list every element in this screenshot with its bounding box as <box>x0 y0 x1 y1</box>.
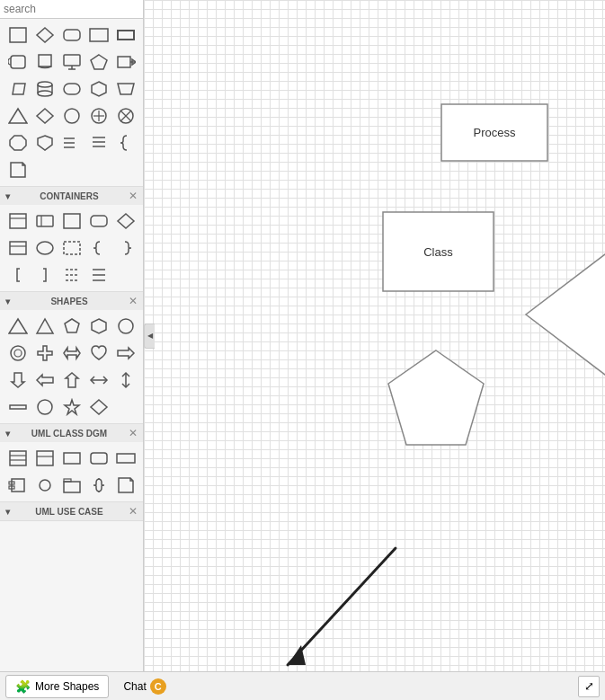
shape-lines2[interactable] <box>86 130 111 155</box>
container-bracket-close[interactable] <box>32 262 58 288</box>
uml-interface[interactable] <box>32 473 58 498</box>
uml-usecase-arrow: ▾ <box>5 507 10 517</box>
shape-circle-plus[interactable] <box>86 103 111 128</box>
shape-double-arrow-v[interactable] <box>113 368 138 393</box>
container-oval[interactable] <box>32 235 58 261</box>
svg-rect-4 <box>118 31 134 40</box>
uml-class-header[interactable]: ▾ UML CLASS DGM ✕ <box>0 424 143 442</box>
shape-arrow-up[interactable] <box>59 368 85 393</box>
shape-square[interactable] <box>5 22 31 48</box>
containers-label: CONTAINERS <box>40 191 98 201</box>
shape-circle4[interactable] <box>32 394 58 420</box>
shape-diamond2[interactable] <box>86 394 111 420</box>
shape-trapezoid[interactable] <box>113 76 138 102</box>
canvas-shape-diamond[interactable] <box>521 238 605 391</box>
shape-rect-thick[interactable] <box>113 22 138 48</box>
shape-monitor[interactable] <box>59 49 85 75</box>
uml-brace[interactable] <box>86 473 111 498</box>
shape-lines[interactable] <box>59 130 85 155</box>
container-list[interactable] <box>5 208 31 234</box>
shape-shield[interactable] <box>32 130 58 155</box>
uml-component[interactable] <box>5 473 31 498</box>
shape-hexagon[interactable] <box>86 76 111 102</box>
shape-line[interactable] <box>5 394 31 420</box>
svg-point-24 <box>65 109 79 123</box>
containers-close-button[interactable]: ✕ <box>129 191 138 201</box>
shape-double-arrow-h[interactable] <box>86 368 111 393</box>
canvas-shape-process-label: Process <box>474 126 516 139</box>
container-rect2[interactable] <box>5 235 31 261</box>
resize-button[interactable]: ⤢ <box>578 676 600 697</box>
canvas-shape-class[interactable]: Class <box>382 211 494 292</box>
shape-note[interactable] <box>5 157 31 182</box>
shapes-close-button[interactable]: ✕ <box>129 296 138 306</box>
container-rounded[interactable] <box>86 208 111 234</box>
containers-arrow: ▾ <box>5 191 10 201</box>
shape-arrow-right-box[interactable] <box>113 49 138 75</box>
container-diamond[interactable] <box>113 208 138 234</box>
shape-pentagon2[interactable] <box>59 314 85 339</box>
shapes-header[interactable]: ▾ SHAPES ✕ <box>0 292 143 310</box>
search-input[interactable]: search <box>4 3 138 15</box>
shape-arrow-down[interactable] <box>5 368 31 393</box>
uml-note[interactable] <box>113 473 138 498</box>
shape-arrow-right2[interactable] <box>113 341 138 366</box>
shape-arrow-double[interactable] <box>59 341 85 366</box>
uml-wide[interactable] <box>113 446 138 471</box>
container-dashed[interactable] <box>59 235 85 261</box>
svg-marker-73 <box>65 400 79 414</box>
chat-button[interactable]: Chat C <box>114 675 174 698</box>
app-container: search ✕ ▾ <box>0 0 605 671</box>
uml-usecase-header[interactable]: ▾ UML USE CASE ✕ <box>0 502 143 520</box>
shape-heart[interactable] <box>86 341 111 366</box>
shape-rounded-rect[interactable] <box>59 22 85 48</box>
shape-octagon[interactable] <box>5 130 31 155</box>
uml-class-close-button[interactable]: ✕ <box>129 428 138 439</box>
shape-scroll[interactable] <box>5 49 31 75</box>
shape-rhombus[interactable] <box>32 103 58 128</box>
shape-parallelogram[interactable] <box>5 76 31 102</box>
canvas-area[interactable]: ◀ Process Class <box>144 0 605 671</box>
container-rect[interactable] <box>59 208 85 234</box>
container-swimlane[interactable] <box>32 208 58 234</box>
uml-rounded[interactable] <box>86 446 111 471</box>
general-shapes-grid <box>0 19 143 186</box>
shape-arrow-left[interactable] <box>32 368 58 393</box>
svg-rect-80 <box>64 453 80 464</box>
uml-usecase-label: UML USE CASE <box>35 507 102 517</box>
shape-triangle[interactable] <box>5 103 31 128</box>
shape-doc[interactable] <box>32 49 58 75</box>
shape-rect-wide[interactable] <box>86 22 111 48</box>
container-bracket-open[interactable] <box>5 262 31 288</box>
collapse-sidebar-button[interactable]: ◀ <box>144 323 155 349</box>
canvas-shape-pentagon[interactable] <box>385 346 488 454</box>
shape-hexagon2[interactable] <box>86 314 111 339</box>
container-brace-open[interactable] <box>86 235 111 261</box>
containers-header[interactable]: ▾ CONTAINERS ✕ <box>0 187 143 205</box>
container-brace-close[interactable] <box>113 235 138 261</box>
shape-circle-x[interactable] <box>113 103 138 128</box>
shape-circle[interactable] <box>59 103 85 128</box>
shape-star[interactable] <box>59 394 85 420</box>
shape-brace[interactable] <box>113 130 138 155</box>
shape-cylinder[interactable] <box>32 76 58 102</box>
shape-pentagon-sm[interactable] <box>86 49 111 75</box>
uml-class-box[interactable] <box>32 446 58 471</box>
uml-usecase-close-button[interactable]: ✕ <box>129 506 138 517</box>
shape-right-triangle[interactable] <box>32 314 58 339</box>
svg-point-18 <box>38 91 52 96</box>
container-lines-close[interactable] <box>86 262 111 288</box>
shape-circle2[interactable] <box>113 314 138 339</box>
canvas-shape-process[interactable]: Process <box>440 103 548 162</box>
shape-circle3[interactable] <box>5 341 31 366</box>
uml-package[interactable] <box>59 473 85 498</box>
more-shapes-button[interactable]: 🧩 More Shapes <box>5 675 109 698</box>
uml-table[interactable] <box>5 446 31 471</box>
svg-rect-42 <box>37 216 53 226</box>
uml-rect[interactable] <box>59 446 85 471</box>
shape-diamond-small[interactable] <box>32 22 58 48</box>
shape-plus[interactable] <box>32 341 58 366</box>
shape-rounded-rect2[interactable] <box>59 76 85 102</box>
container-lines-open[interactable] <box>59 262 85 288</box>
shape-triangle-outline[interactable] <box>5 314 31 339</box>
